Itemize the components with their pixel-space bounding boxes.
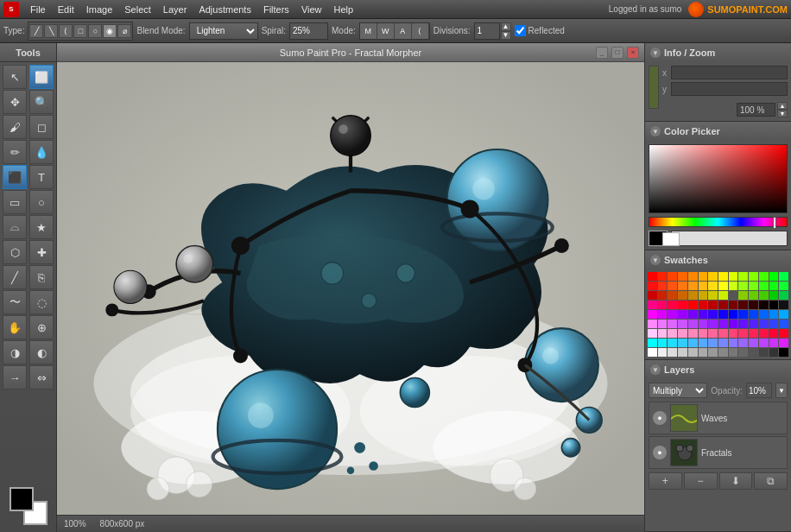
tool-burn[interactable]: ◐ [29, 340, 54, 364]
swatch-cell[interactable] [678, 329, 687, 338]
swatch-cell[interactable] [729, 348, 738, 357]
swatch-cell[interactable] [708, 339, 718, 347]
menu-select[interactable]: Select [118, 3, 157, 16]
swatch-cell[interactable] [738, 310, 748, 319]
swatch-cell[interactable] [699, 310, 708, 319]
canvas-wrapper[interactable] [57, 62, 644, 515]
tool-rect[interactable]: ▭ [3, 190, 27, 214]
swatch-cell[interactable] [699, 329, 708, 338]
swatch-cell[interactable] [668, 348, 677, 357]
swatch-cell[interactable] [749, 282, 758, 290]
blend-mode-select[interactable]: Lighten [189, 22, 258, 40]
menu-file[interactable]: File [24, 3, 52, 16]
swatch-cell[interactable] [658, 329, 668, 338]
swatch-cell[interactable] [749, 339, 758, 347]
tool-flip[interactable]: ⇔ [29, 365, 54, 390]
swatches-header[interactable]: ▼ Swatches [645, 250, 791, 269]
swatch-cell[interactable] [749, 348, 758, 357]
swatch-cell[interactable] [738, 320, 748, 328]
swatch-cell[interactable] [729, 301, 738, 309]
tool-arrow-right[interactable]: → [3, 365, 27, 390]
swatch-cell[interactable] [668, 339, 677, 347]
layer-blend-select[interactable]: Multiply [649, 383, 707, 398]
opacity-dropdown[interactable]: ▼ [775, 383, 788, 398]
swatch-cell[interactable] [769, 339, 779, 347]
swatch-cell[interactable] [718, 348, 728, 357]
swatch-cell[interactable] [779, 272, 788, 281]
tool-smudge[interactable]: 〜 [3, 290, 27, 314]
swatch-cell[interactable] [648, 272, 657, 281]
swatch-cell[interactable] [759, 282, 769, 290]
tool-dropper[interactable]: 💧 [29, 140, 54, 164]
menu-image[interactable]: Image [80, 3, 119, 16]
reflected-checkbox[interactable] [515, 25, 526, 36]
tool-brush[interactable]: 🖌 [3, 115, 27, 139]
swatch-cell[interactable] [738, 348, 748, 357]
swatch-cell[interactable] [759, 348, 769, 357]
swatch-cell[interactable] [678, 348, 687, 357]
layers-header[interactable]: ▼ Layers [645, 360, 791, 379]
swatch-cell[interactable] [648, 320, 657, 328]
hex-input[interactable]: 000000 [671, 231, 788, 246]
swatch-cell[interactable] [779, 291, 788, 300]
swatch-cell[interactable] [759, 310, 769, 319]
swatch-cell[interactable] [658, 310, 668, 319]
swatch-cell[interactable] [648, 282, 657, 290]
swatch-cell[interactable] [688, 282, 698, 290]
swatches-arrow[interactable]: ▼ [650, 255, 661, 265]
swatch-cell[interactable] [699, 272, 708, 281]
swatch-cell[interactable] [668, 272, 677, 281]
swatch-cell[interactable] [718, 301, 728, 309]
type-icon-3[interactable]: ⟨ [59, 24, 73, 38]
swatch-cell[interactable] [658, 291, 668, 300]
swatch-cell[interactable] [708, 329, 718, 338]
swatch-cell[interactable] [668, 301, 677, 309]
tool-paintbucket[interactable]: ⬛ [3, 165, 27, 189]
tool-magnify[interactable]: ⊕ [29, 315, 54, 339]
tool-eraser[interactable]: ◻ [29, 115, 54, 139]
swatch-cell[interactable] [648, 310, 657, 319]
tool-text[interactable]: T [29, 165, 54, 189]
swatch-cell[interactable] [769, 301, 779, 309]
swatch-cell[interactable] [678, 272, 687, 281]
reflected-checkbox-label[interactable]: Reflected [515, 25, 565, 36]
swatch-cell[interactable] [688, 291, 698, 300]
swatch-cell[interactable] [648, 348, 657, 357]
menu-view[interactable]: View [295, 3, 328, 16]
swatch-cell[interactable] [738, 301, 748, 309]
swatch-cell[interactable] [678, 282, 687, 290]
swatch-cell[interactable] [779, 329, 788, 338]
swatch-cell[interactable] [678, 320, 687, 328]
y-coord-input[interactable] [671, 82, 788, 96]
tool-dodge[interactable]: ◑ [3, 340, 27, 364]
layer-eye-waves[interactable]: ● [653, 411, 667, 425]
swatch-cell[interactable] [729, 320, 738, 328]
swatch-cell[interactable] [779, 339, 788, 347]
swatch-cell[interactable] [729, 272, 738, 281]
swatch-cell[interactable] [658, 348, 668, 357]
menu-adjustments[interactable]: Adjustments [193, 3, 257, 16]
swatch-cell[interactable] [738, 329, 748, 338]
swatch-cell[interactable] [718, 329, 728, 338]
swatch-cell[interactable] [759, 320, 769, 328]
swatch-cell[interactable] [688, 301, 698, 309]
swatch-cell[interactable] [668, 291, 677, 300]
swatch-cell[interactable] [729, 329, 738, 338]
mode-icon-1[interactable]: M [360, 23, 377, 39]
swatch-cell[interactable] [779, 282, 788, 290]
minimize-button[interactable]: _ [596, 47, 608, 59]
menu-layer[interactable]: Layer [157, 3, 193, 16]
swatch-cell[interactable] [769, 348, 779, 357]
merge-layer-button[interactable]: ⬇ [719, 472, 753, 490]
swatch-cell[interactable] [738, 339, 748, 347]
swatch-cell[interactable] [759, 339, 769, 347]
swatch-cell[interactable] [708, 272, 718, 281]
color-field[interactable] [649, 144, 788, 213]
swatch-cell[interactable] [749, 291, 758, 300]
delete-layer-button[interactable]: − [684, 472, 718, 490]
tool-blur[interactable]: ◌ [29, 290, 54, 314]
tool-move[interactable]: ✥ [3, 90, 27, 114]
tool-heal[interactable]: ✚ [29, 240, 54, 264]
swatch-cell[interactable] [678, 339, 687, 347]
swatch-cell[interactable] [708, 348, 718, 357]
